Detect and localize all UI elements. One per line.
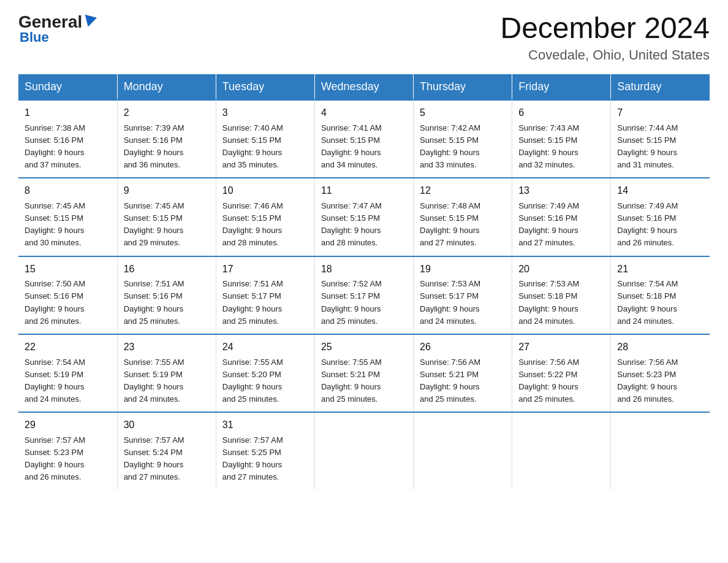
day-number: 25 — [321, 340, 407, 355]
day-number: 16 — [124, 262, 210, 277]
day-info: Sunrise: 7:52 AM Sunset: 5:17 PM Dayligh… — [321, 278, 407, 327]
day-info: Sunrise: 7:51 AM Sunset: 5:16 PM Dayligh… — [124, 278, 210, 327]
day-number: 27 — [518, 340, 604, 355]
day-info: Sunrise: 7:56 AM Sunset: 5:22 PM Dayligh… — [518, 356, 604, 406]
day-number: 30 — [124, 418, 210, 433]
calendar-cell — [314, 412, 413, 489]
calendar-cell: 25Sunrise: 7:55 AM Sunset: 5:21 PM Dayli… — [314, 334, 413, 412]
calendar-table: SundayMondayTuesdayWednesdayThursdayFrid… — [18, 74, 710, 490]
day-info: Sunrise: 7:50 AM Sunset: 5:16 PM Dayligh… — [25, 278, 111, 327]
day-info: Sunrise: 7:39 AM Sunset: 5:16 PM Dayligh… — [124, 122, 210, 172]
day-info: Sunrise: 7:41 AM Sunset: 5:15 PM Dayligh… — [321, 122, 407, 172]
calendar-cell: 23Sunrise: 7:55 AM Sunset: 5:19 PM Dayli… — [117, 334, 216, 412]
calendar-week-row: 22Sunrise: 7:54 AM Sunset: 5:19 PM Dayli… — [18, 334, 710, 412]
calendar-cell: 31Sunrise: 7:57 AM Sunset: 5:25 PM Dayli… — [216, 412, 314, 489]
day-info: Sunrise: 7:47 AM Sunset: 5:15 PM Dayligh… — [321, 200, 407, 250]
day-info: Sunrise: 7:55 AM Sunset: 5:20 PM Dayligh… — [222, 356, 308, 406]
calendar-cell: 28Sunrise: 7:56 AM Sunset: 5:23 PM Dayli… — [611, 334, 710, 412]
day-info: Sunrise: 7:57 AM Sunset: 5:24 PM Dayligh… — [124, 434, 210, 484]
day-number: 14 — [617, 183, 703, 199]
day-number: 15 — [25, 262, 111, 277]
header-friday: Friday — [512, 74, 611, 100]
calendar-cell: 13Sunrise: 7:49 AM Sunset: 5:16 PM Dayli… — [512, 178, 611, 256]
day-info: Sunrise: 7:57 AM Sunset: 5:25 PM Dayligh… — [222, 434, 308, 484]
day-number: 23 — [124, 340, 210, 355]
calendar-cell: 27Sunrise: 7:56 AM Sunset: 5:22 PM Dayli… — [512, 334, 611, 412]
day-number: 28 — [617, 340, 703, 355]
day-number: 4 — [321, 105, 407, 121]
calendar-cell: 2Sunrise: 7:39 AM Sunset: 5:16 PM Daylig… — [117, 100, 216, 178]
day-info: Sunrise: 7:38 AM Sunset: 5:16 PM Dayligh… — [25, 122, 111, 172]
day-info: Sunrise: 7:46 AM Sunset: 5:15 PM Dayligh… — [222, 200, 308, 250]
day-number: 18 — [321, 262, 407, 277]
calendar-week-row: 29Sunrise: 7:57 AM Sunset: 5:23 PM Dayli… — [18, 412, 710, 489]
calendar-cell — [414, 412, 512, 489]
page-header: General Blue December 2024 Covedale, Ohi… — [18, 12, 710, 63]
calendar-cell — [611, 412, 710, 489]
day-number: 13 — [518, 183, 604, 199]
day-info: Sunrise: 7:45 AM Sunset: 5:15 PM Dayligh… — [124, 200, 210, 250]
logo: General Blue — [18, 12, 96, 45]
calendar-cell: 18Sunrise: 7:52 AM Sunset: 5:17 PM Dayli… — [314, 256, 413, 334]
day-info: Sunrise: 7:45 AM Sunset: 5:15 PM Dayligh… — [25, 200, 111, 250]
calendar-cell: 22Sunrise: 7:54 AM Sunset: 5:19 PM Dayli… — [18, 334, 117, 412]
calendar-cell: 29Sunrise: 7:57 AM Sunset: 5:23 PM Dayli… — [18, 412, 117, 489]
header-monday: Monday — [117, 74, 216, 100]
calendar-cell: 21Sunrise: 7:54 AM Sunset: 5:18 PM Dayli… — [611, 256, 710, 334]
day-info: Sunrise: 7:53 AM Sunset: 5:18 PM Dayligh… — [518, 278, 604, 327]
header-tuesday: Tuesday — [216, 74, 314, 100]
day-number: 6 — [518, 105, 604, 121]
day-number: 20 — [518, 262, 604, 277]
day-number: 7 — [617, 105, 703, 121]
calendar-cell: 30Sunrise: 7:57 AM Sunset: 5:24 PM Dayli… — [117, 412, 216, 489]
day-number: 24 — [222, 340, 308, 355]
day-number: 1 — [25, 105, 111, 121]
calendar-cell: 1Sunrise: 7:38 AM Sunset: 5:16 PM Daylig… — [18, 100, 117, 178]
title-block: December 2024 Covedale, Ohio, United Sta… — [500, 12, 710, 63]
calendar-cell: 24Sunrise: 7:55 AM Sunset: 5:20 PM Dayli… — [216, 334, 314, 412]
calendar-cell: 20Sunrise: 7:53 AM Sunset: 5:18 PM Dayli… — [512, 256, 611, 334]
calendar-cell: 4Sunrise: 7:41 AM Sunset: 5:15 PM Daylig… — [314, 100, 413, 178]
calendar-cell: 17Sunrise: 7:51 AM Sunset: 5:17 PM Dayli… — [216, 256, 314, 334]
day-info: Sunrise: 7:55 AM Sunset: 5:19 PM Dayligh… — [124, 356, 210, 406]
calendar-cell: 12Sunrise: 7:48 AM Sunset: 5:15 PM Dayli… — [414, 178, 512, 256]
day-info: Sunrise: 7:49 AM Sunset: 5:16 PM Dayligh… — [617, 200, 703, 250]
day-info: Sunrise: 7:56 AM Sunset: 5:23 PM Dayligh… — [617, 356, 703, 406]
day-number: 9 — [124, 183, 210, 199]
day-info: Sunrise: 7:48 AM Sunset: 5:15 PM Dayligh… — [420, 200, 506, 250]
day-info: Sunrise: 7:43 AM Sunset: 5:15 PM Dayligh… — [518, 122, 604, 172]
day-number: 3 — [222, 105, 308, 121]
day-number: 2 — [124, 105, 210, 121]
day-number: 12 — [420, 183, 506, 199]
calendar-cell — [512, 412, 611, 489]
header-wednesday: Wednesday — [314, 74, 413, 100]
calendar-subtitle: Covedale, Ohio, United States — [500, 47, 710, 63]
day-number: 5 — [420, 105, 506, 121]
day-number: 19 — [420, 262, 506, 277]
calendar-cell: 9Sunrise: 7:45 AM Sunset: 5:15 PM Daylig… — [117, 178, 216, 256]
logo-triangle-icon — [82, 15, 97, 29]
day-info: Sunrise: 7:40 AM Sunset: 5:15 PM Dayligh… — [222, 122, 308, 172]
calendar-cell: 10Sunrise: 7:46 AM Sunset: 5:15 PM Dayli… — [216, 178, 314, 256]
calendar-cell: 7Sunrise: 7:44 AM Sunset: 5:15 PM Daylig… — [611, 100, 710, 178]
calendar-week-row: 15Sunrise: 7:50 AM Sunset: 5:16 PM Dayli… — [18, 256, 710, 334]
calendar-cell: 15Sunrise: 7:50 AM Sunset: 5:16 PM Dayli… — [18, 256, 117, 334]
day-number: 10 — [222, 183, 308, 199]
calendar-header-row: SundayMondayTuesdayWednesdayThursdayFrid… — [18, 74, 710, 100]
calendar-week-row: 1Sunrise: 7:38 AM Sunset: 5:16 PM Daylig… — [18, 100, 710, 178]
day-info: Sunrise: 7:42 AM Sunset: 5:15 PM Dayligh… — [420, 122, 506, 172]
day-number: 17 — [222, 262, 308, 277]
calendar-cell: 6Sunrise: 7:43 AM Sunset: 5:15 PM Daylig… — [512, 100, 611, 178]
day-number: 31 — [222, 418, 308, 433]
day-info: Sunrise: 7:56 AM Sunset: 5:21 PM Dayligh… — [420, 356, 506, 406]
calendar-cell: 26Sunrise: 7:56 AM Sunset: 5:21 PM Dayli… — [414, 334, 512, 412]
day-info: Sunrise: 7:54 AM Sunset: 5:19 PM Dayligh… — [25, 356, 111, 406]
day-number: 26 — [420, 340, 506, 355]
calendar-cell: 8Sunrise: 7:45 AM Sunset: 5:15 PM Daylig… — [18, 178, 117, 256]
day-info: Sunrise: 7:44 AM Sunset: 5:15 PM Dayligh… — [617, 122, 703, 172]
calendar-cell: 11Sunrise: 7:47 AM Sunset: 5:15 PM Dayli… — [314, 178, 413, 256]
day-number: 21 — [617, 262, 703, 277]
day-info: Sunrise: 7:54 AM Sunset: 5:18 PM Dayligh… — [617, 278, 703, 327]
calendar-cell: 16Sunrise: 7:51 AM Sunset: 5:16 PM Dayli… — [117, 256, 216, 334]
calendar-cell: 5Sunrise: 7:42 AM Sunset: 5:15 PM Daylig… — [414, 100, 512, 178]
